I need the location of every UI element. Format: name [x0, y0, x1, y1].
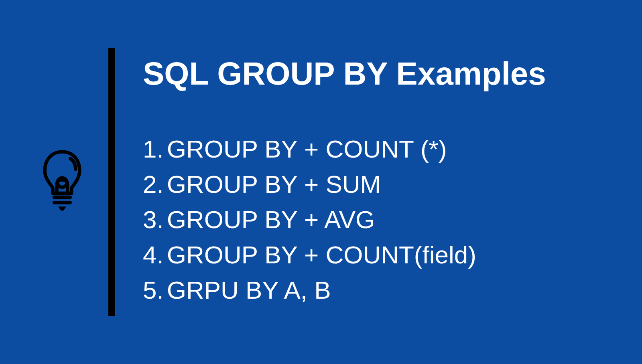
list-number: 4. [143, 237, 164, 273]
list-number: 2. [143, 167, 164, 202]
content-block: SQL GROUP BY Examples 1. GROUP BY + COUN… [143, 56, 546, 308]
list-text: GROUP BY + COUNT (*) [167, 131, 447, 167]
list-text: GROUP BY + AVG [167, 202, 375, 237]
list-number: 5. [143, 273, 164, 308]
slide-title: SQL GROUP BY Examples [143, 56, 546, 91]
list-item: 2. GROUP BY + SUM [143, 167, 546, 202]
list-text: GRPU BY A, B [167, 273, 331, 308]
svg-point-0 [57, 178, 67, 187]
list-item: 4. GROUP BY + COUNT(field) [143, 237, 546, 273]
list-number: 1. [143, 131, 164, 167]
lightbulb-icon [40, 149, 84, 215]
list-text: GROUP BY + SUM [167, 167, 381, 202]
icon-wrap [40, 149, 108, 215]
list-number: 3. [143, 202, 164, 237]
slide-container: SQL GROUP BY Examples 1. GROUP BY + COUN… [0, 0, 642, 364]
vertical-divider [108, 48, 115, 316]
list-text: GROUP BY + COUNT(field) [167, 237, 476, 273]
list-item: 1. GROUP BY + COUNT (*) [143, 131, 546, 167]
list-item: 5. GRPU BY A, B [143, 273, 546, 308]
list-item: 3. GROUP BY + AVG [143, 202, 546, 237]
examples-list: 1. GROUP BY + COUNT (*) 2. GROUP BY + SU… [143, 131, 546, 308]
